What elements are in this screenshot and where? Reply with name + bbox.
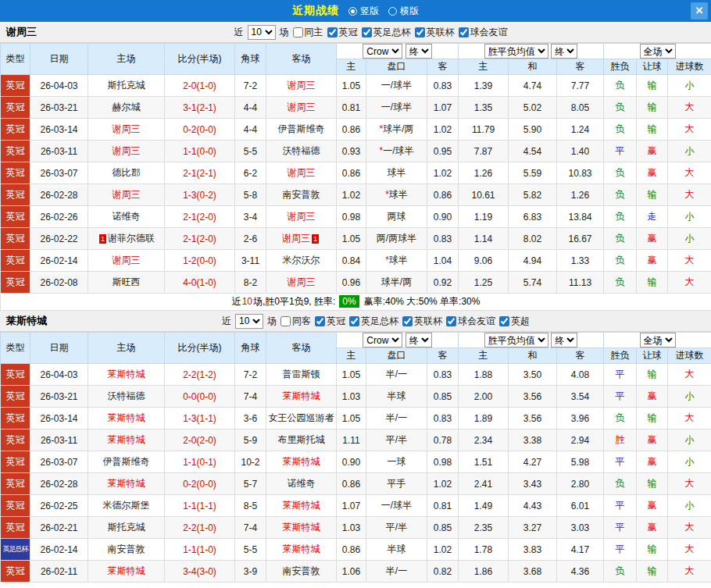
- home-team[interactable]: 斯托克城: [88, 517, 165, 539]
- col-handicap: 盘口: [366, 348, 427, 364]
- filter-checkbox-2[interactable]: 英联杯: [415, 26, 455, 39]
- home-team[interactable]: 斯托克城: [88, 75, 165, 97]
- away-team[interactable]: 南安普敦: [266, 184, 337, 206]
- euro-time-select[interactable]: 终: [551, 44, 577, 59]
- home-team[interactable]: 谢周三: [88, 119, 165, 141]
- home-team[interactable]: 沃特福德: [88, 386, 165, 408]
- away-team[interactable]: 普雷斯顿: [266, 364, 337, 386]
- handicap-text: 平/半: [386, 434, 407, 445]
- home-team[interactable]: 谢周三: [88, 141, 165, 162]
- euro-odds-home: 1.39: [459, 75, 509, 97]
- away-team[interactable]: 沃特福德: [266, 141, 337, 162]
- corners: 5-5: [235, 539, 266, 561]
- home-team[interactable]: 莱斯特城: [88, 561, 165, 583]
- odds-time-select[interactable]: 终: [406, 333, 432, 347]
- home-team[interactable]: 莱斯特城: [88, 429, 165, 451]
- handicap-text: 一/球半: [381, 102, 412, 112]
- away-team[interactable]: 布里斯托城: [266, 429, 337, 451]
- home-team[interactable]: 诺维奇: [88, 206, 165, 228]
- col-euro-draw: 和: [509, 348, 557, 364]
- match-date: 26-03-07: [30, 162, 88, 184]
- filter-checkbox-0-input[interactable]: [315, 316, 325, 326]
- handicap-line: *一/球半: [366, 141, 427, 162]
- same-venue-checkbox[interactable]: 同客: [280, 315, 311, 328]
- home-team[interactable]: 1谢菲尔德联: [88, 228, 165, 250]
- same-venue-checkbox[interactable]: 同主: [293, 26, 323, 39]
- table-row: 英冠 26-03-07 伊普斯维奇 1-1(0-1) 10-2 莱斯特城 0.9…: [1, 451, 711, 473]
- away-team[interactable]: 谢周三1: [266, 228, 337, 250]
- match-count-select[interactable]: 10: [235, 314, 263, 329]
- filter-checkbox-0[interactable]: 英冠: [327, 26, 358, 39]
- result-goals: 小: [668, 206, 711, 228]
- col-odds-home: 主: [337, 348, 366, 364]
- score: 2-0(2-0): [165, 429, 235, 451]
- odds-time-select[interactable]: 终: [406, 44, 432, 59]
- match-count-select[interactable]: 10: [248, 25, 276, 40]
- away-team-name: 普雷斯顿: [283, 369, 320, 380]
- corners: 3-9: [235, 561, 266, 583]
- euro-odds-select[interactable]: 胜平负均值: [484, 333, 548, 347]
- home-team[interactable]: 伊普斯维奇: [88, 451, 165, 473]
- away-team[interactable]: 莱斯特城: [266, 517, 337, 539]
- handicap-line: *球半: [366, 250, 427, 272]
- away-team[interactable]: 莱斯特城: [266, 451, 337, 473]
- close-button[interactable]: ✕: [691, 2, 708, 20]
- filter-checkbox-2-input[interactable]: [402, 316, 413, 326]
- euro-odds-away: 7.77: [557, 75, 604, 97]
- filter-checkbox-3[interactable]: 球会友谊: [459, 26, 508, 39]
- odds-company-select[interactable]: Crow: [363, 44, 402, 59]
- home-team[interactable]: 赫尔城: [88, 97, 165, 119]
- match-date: 26-02-11: [30, 561, 88, 583]
- filter-checkbox-2-input[interactable]: [415, 27, 425, 37]
- scope-select[interactable]: 全场: [640, 333, 676, 347]
- away-team[interactable]: 女王公园巡游者: [266, 408, 337, 429]
- away-team[interactable]: 谢周三: [266, 75, 337, 97]
- home-team-name: 莱斯特城: [108, 434, 145, 445]
- filter-checkbox-4[interactable]: 英超: [499, 315, 530, 328]
- away-team[interactable]: 谢周三: [266, 272, 337, 294]
- away-team[interactable]: 谢周三: [266, 162, 337, 184]
- filter-checkbox-3-input[interactable]: [459, 27, 469, 37]
- home-team[interactable]: 南安普敦: [88, 539, 165, 561]
- home-team[interactable]: 米德尔斯堡: [88, 495, 165, 517]
- filter-checkbox-3[interactable]: 球会友谊: [446, 315, 495, 328]
- away-team[interactable]: 莱斯特城: [266, 539, 337, 561]
- filter-checkbox-0-input[interactable]: [327, 27, 338, 37]
- filter-checkbox-1[interactable]: 英足总杯: [349, 315, 398, 328]
- scope-select[interactable]: 全场: [640, 44, 676, 59]
- home-team[interactable]: 斯旺西: [88, 272, 165, 294]
- filter-checkbox-0[interactable]: 英冠: [315, 315, 345, 328]
- filter-checkbox-3-input[interactable]: [446, 316, 456, 326]
- euro-odds-select[interactable]: 胜平负均值: [484, 44, 548, 59]
- same-venue-checkbox-input[interactable]: [293, 27, 303, 37]
- away-team[interactable]: 伊普斯维奇: [266, 119, 337, 141]
- col-let: 让球: [637, 348, 668, 364]
- home-team[interactable]: 莱斯特城: [88, 408, 165, 429]
- euro-time-select[interactable]: 终: [551, 333, 577, 347]
- home-team[interactable]: 谢周三: [88, 184, 165, 206]
- layout-horizontal-radio[interactable]: 横版: [388, 5, 419, 18]
- home-team[interactable]: 莱斯特城: [88, 473, 165, 495]
- home-team[interactable]: 莱斯特城: [88, 364, 165, 386]
- home-team[interactable]: 谢周三: [88, 250, 165, 272]
- table-row: 英足总杯 26-02-14 南安普敦 1-1(1-0) 5-5 莱斯特城 0.8…: [1, 539, 711, 561]
- away-team[interactable]: 诺维奇: [266, 473, 337, 495]
- away-team[interactable]: 莱斯特城: [266, 386, 337, 408]
- filter-checkbox-1-input[interactable]: [349, 316, 359, 326]
- layout-vertical-radio[interactable]: 竖版: [348, 5, 379, 18]
- away-team[interactable]: 南安普敦: [266, 561, 337, 583]
- odds-company-select[interactable]: Crow: [363, 333, 402, 347]
- panel-title: 近期战绩: [292, 4, 339, 18]
- filter-checkbox-2[interactable]: 英联杯: [402, 315, 442, 328]
- away-team[interactable]: 谢周三: [266, 206, 337, 228]
- away-team[interactable]: 米尔沃尔: [266, 250, 337, 272]
- filter-checkbox-4-input[interactable]: [499, 316, 509, 326]
- same-venue-checkbox-input[interactable]: [280, 316, 291, 326]
- home-team[interactable]: 德比郡: [88, 162, 165, 184]
- filter-checkbox-1[interactable]: 英足总杯: [362, 26, 411, 39]
- away-team[interactable]: 莱斯特城: [266, 495, 337, 517]
- score: 0-0(0-0): [165, 386, 235, 408]
- filter-checkbox-1-input[interactable]: [362, 27, 372, 37]
- away-team[interactable]: 谢周三: [266, 97, 337, 119]
- result-win-lose: 负: [604, 206, 637, 228]
